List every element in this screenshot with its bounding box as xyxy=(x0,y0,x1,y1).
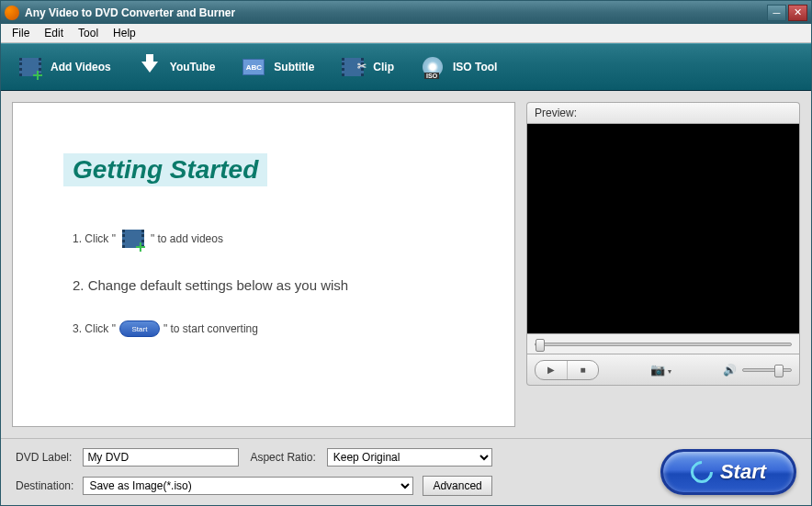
add-videos-button[interactable]: Add Videos xyxy=(17,54,111,80)
preview-video-area xyxy=(526,123,800,334)
main-panel: Getting Started 1. Click " " to add vide… xyxy=(12,102,515,427)
add-videos-icon xyxy=(17,54,43,80)
volume-thumb[interactable] xyxy=(774,365,784,377)
steps-list: 1. Click " " to add videos 2. Change def… xyxy=(73,228,478,337)
add-videos-label: Add Videos xyxy=(51,61,111,73)
stop-button[interactable]: ■ xyxy=(567,361,598,379)
preview-controls: ▶ ■ 📷 ▾ 🔊 xyxy=(526,354,800,386)
menubar: File Edit Tool Help xyxy=(1,24,811,43)
menu-tool[interactable]: Tool xyxy=(71,24,106,42)
minimize-button[interactable]: ─ xyxy=(767,5,786,21)
getting-started-title: Getting Started xyxy=(63,153,267,186)
app-icon xyxy=(5,6,19,20)
menu-edit[interactable]: Edit xyxy=(37,24,71,42)
destination-select[interactable]: Save as Image(*.iso) xyxy=(83,477,413,495)
step-1-text-a: 1. Click " xyxy=(73,232,116,245)
titlebar: Any Video to DVD Converter and Burner ─ … xyxy=(1,1,811,24)
menu-help[interactable]: Help xyxy=(106,24,143,42)
download-icon xyxy=(137,54,163,80)
start-button[interactable]: Start xyxy=(660,449,796,495)
window-title: Any Video to DVD Converter and Burner xyxy=(25,6,767,19)
advanced-button[interactable]: Advanced xyxy=(423,476,491,496)
step-1-text-b: " to add videos xyxy=(151,232,223,245)
step-1-add-icon xyxy=(119,228,147,250)
app-window: Any Video to DVD Converter and Burner ─ … xyxy=(0,0,812,506)
window-controls: ─ ✕ xyxy=(767,5,807,21)
toolbar: Add Videos YouTube ABC Subtitle Clip ISO… xyxy=(1,43,811,91)
step-2: 2. Change default settings below as you … xyxy=(73,277,478,293)
volume-slider[interactable] xyxy=(742,368,792,372)
start-refresh-icon xyxy=(686,456,717,488)
menu-file[interactable]: File xyxy=(5,24,37,42)
destination-label: Destination: xyxy=(16,479,73,492)
step-3-start-pill-icon: Start xyxy=(119,320,160,337)
iso-tool-button[interactable]: ISO Tool xyxy=(420,54,497,80)
settings-form: DVD Label: Aspect Ratio: Keep Original D… xyxy=(16,448,492,496)
close-button[interactable]: ✕ xyxy=(788,5,807,21)
subtitle-button[interactable]: ABC Subtitle xyxy=(241,54,314,80)
bottom-panel: DVD Label: Aspect Ratio: Keep Original D… xyxy=(1,438,811,505)
clip-button[interactable]: Clip xyxy=(340,54,394,80)
dvd-label-label: DVD Label: xyxy=(16,451,72,464)
seek-thumb[interactable] xyxy=(536,339,545,352)
iso-icon xyxy=(420,54,445,80)
snapshot-button[interactable]: 📷 ▾ xyxy=(650,363,672,377)
preview-label: Preview: xyxy=(526,102,800,123)
step-3: 3. Click " Start " to start converting xyxy=(73,320,478,337)
playback-button-group: ▶ ■ xyxy=(535,360,599,380)
step-3-text-b: " to start converting xyxy=(164,322,258,335)
aspect-ratio-select[interactable]: Keep Original xyxy=(327,448,492,467)
clip-label: Clip xyxy=(373,61,394,73)
volume-icon: 🔊 xyxy=(723,364,737,377)
seek-track xyxy=(535,343,792,346)
youtube-button[interactable]: YouTube xyxy=(137,54,216,80)
seek-slider[interactable] xyxy=(526,334,800,354)
aspect-ratio-label: Aspect Ratio: xyxy=(250,451,315,464)
step-3-text-a: 3. Click " xyxy=(73,322,116,335)
subtitle-icon: ABC xyxy=(241,54,266,80)
iso-tool-label: ISO Tool xyxy=(453,61,497,73)
start-button-label: Start xyxy=(720,460,766,484)
preview-pane: Preview: ▶ ■ 📷 ▾ 🔊 xyxy=(526,102,800,427)
youtube-label: YouTube xyxy=(170,61,216,73)
subtitle-label: Subtitle xyxy=(274,61,314,73)
clip-icon xyxy=(340,54,366,80)
play-button[interactable]: ▶ xyxy=(536,361,567,379)
content-area: Getting Started 1. Click " " to add vide… xyxy=(1,91,811,438)
step-1: 1. Click " " to add videos xyxy=(73,228,478,250)
dvd-label-input[interactable] xyxy=(83,448,239,467)
